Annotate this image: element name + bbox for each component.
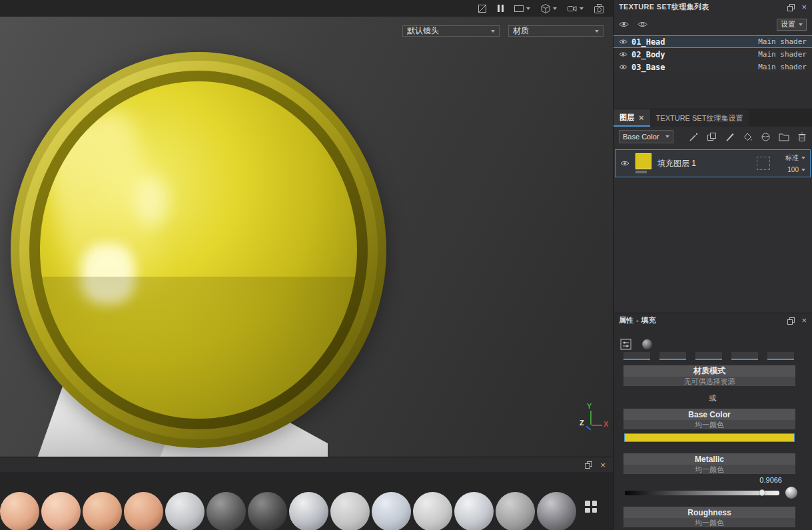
properties-panel: 属性 - 填充 ×: [613, 313, 812, 530]
base-color-block[interactable]: Base Color 均一颜色: [623, 409, 795, 429]
close-icon[interactable]: ×: [600, 461, 606, 469]
material-sphere-metal-1[interactable]: [165, 492, 204, 530]
channel-select[interactable]: Base Color: [619, 130, 673, 143]
material-sphere-metal-5[interactable]: [330, 492, 370, 530]
tab-layers[interactable]: 图层 ×: [613, 109, 650, 127]
channel-button[interactable]: [767, 352, 794, 360]
paint-brush-icon[interactable]: [725, 132, 735, 142]
eye-outline-icon[interactable]: [637, 21, 647, 28]
snapshot-camera-icon[interactable]: [594, 3, 605, 14]
viewport-mode-button[interactable]: [514, 3, 530, 14]
material-sphere-metal-8[interactable]: [454, 492, 494, 530]
geometry-mode-button[interactable]: [540, 3, 557, 14]
camera-mode-button[interactable]: [567, 3, 584, 14]
properties-tab-material-icon[interactable]: [640, 337, 653, 351]
add-layer-icon[interactable]: [707, 132, 717, 142]
material-mode-block[interactable]: 材质模式 无可供选择资源: [623, 365, 795, 386]
model-gold-head[interactable]: [11, 52, 386, 448]
eye-icon[interactable]: [619, 51, 627, 57]
grid-view-icon[interactable]: [585, 501, 597, 513]
material-sphere-metal-9[interactable]: [496, 492, 535, 530]
settings-button[interactable]: 设置: [777, 19, 807, 31]
layer-thumbnail-subbar: [635, 171, 647, 173]
right-dock: TEXTURE SET纹理集列表 × 设置: [613, 0, 812, 530]
material-sphere-metal-2[interactable]: [206, 492, 246, 530]
eye-icon[interactable]: [619, 39, 627, 45]
axis-y-label: Y: [587, 402, 592, 410]
chevron-down-icon: [801, 169, 805, 171]
layer-mask-slot[interactable]: [757, 157, 770, 170]
material-sphere-metal-6[interactable]: [372, 492, 411, 530]
chevron-down-icon: [491, 30, 495, 33]
roughness-block[interactable]: Roughness 均一颜色: [623, 507, 795, 527]
chevron-down-icon: [595, 30, 599, 33]
axis-x-line: [592, 425, 602, 426]
texture-set-row-03-base[interactable]: 03_Base Main shader: [613, 61, 812, 73]
material-sphere-skin-3[interactable]: [83, 492, 122, 530]
blend-mode-select[interactable]: 标准: [785, 153, 805, 163]
chevron-down-icon: [553, 7, 557, 10]
base-color-title: Base Color: [623, 409, 795, 420]
material-sphere-metal-3[interactable]: [248, 492, 287, 530]
shelf-body: [0, 472, 613, 530]
channel-button[interactable]: [659, 352, 686, 360]
roughness-title: Roughness: [623, 507, 795, 518]
trash-icon[interactable]: [797, 132, 807, 142]
material-sphere-icon: [642, 339, 652, 349]
tab-close-icon[interactable]: ×: [639, 113, 644, 122]
display-mode-select[interactable]: 材质: [508, 25, 604, 37]
texture-set-rows: 01_Head Main shader 02_Body Main shader …: [613, 35, 812, 73]
eye-icon[interactable]: [619, 64, 627, 70]
layer-thumbnail[interactable]: [635, 153, 651, 169]
metallic-slider-handle[interactable]: [759, 489, 765, 496]
texture-set-row-01-head[interactable]: 01_Head Main shader: [613, 35, 812, 48]
eye-icon[interactable]: [620, 160, 629, 167]
symmetry-off-icon[interactable]: [477, 3, 488, 14]
properties-panel-header: 属性 - 填充 ×: [613, 313, 812, 327]
material-sphere-metal-10[interactable]: [537, 492, 576, 530]
material-mode-title: 材质模式: [623, 365, 795, 377]
viewport-3d[interactable]: 默认镜头 材质 Y X Z: [0, 17, 613, 457]
shelf-header: ×: [0, 457, 613, 472]
eye-icon[interactable]: [619, 21, 629, 28]
texture-set-row-02-body[interactable]: 02_Body Main shader: [613, 48, 812, 61]
close-icon[interactable]: ×: [801, 3, 807, 11]
shelf-spheres: [0, 492, 576, 530]
texture-set-name: 01_Head: [631, 37, 665, 47]
chevron-down-icon: [580, 7, 584, 10]
restore-window-icon[interactable]: [787, 4, 794, 11]
axis-z-line: [586, 425, 591, 430]
material-sphere-skin-1[interactable]: [0, 492, 39, 530]
properties-tab-settings-icon[interactable]: [619, 337, 632, 351]
material-sphere-metal-4[interactable]: [289, 492, 328, 530]
layers-toolbar-icons: [689, 132, 807, 142]
properties-panel-title: 属性 - 填充: [619, 315, 782, 325]
opacity-select[interactable]: 100: [787, 166, 805, 173]
chevron-down-icon: [526, 7, 530, 10]
layers-channel-row: Base Color: [613, 127, 812, 147]
restore-window-icon[interactable]: [787, 317, 794, 324]
smart-material-icon[interactable]: [761, 132, 771, 142]
folder-icon[interactable]: [779, 133, 789, 141]
texture-set-shader: Main shader: [758, 37, 807, 46]
tab-texture-set-settings[interactable]: TEXTURE SET纹理集设置: [650, 109, 749, 127]
material-sphere-skin-2[interactable]: [41, 492, 81, 530]
material-sphere-metal-7[interactable]: [413, 492, 452, 530]
channel-button[interactable]: [695, 352, 722, 360]
channel-button[interactable]: [623, 352, 650, 360]
gold-face: [40, 81, 357, 419]
fill-layer-row[interactable]: 填充图层 1 标准 100: [615, 149, 811, 177]
metallic-block[interactable]: Metallic 均一颜色: [623, 453, 795, 474]
close-icon[interactable]: ×: [801, 316, 807, 325]
top-toolbar: [0, 0, 613, 17]
base-color-swatch[interactable]: [624, 433, 795, 442]
pause-engine-icon[interactable]: [498, 5, 504, 12]
axis-y-line: [590, 411, 592, 425]
fill-bucket-icon[interactable]: [743, 132, 753, 142]
effect-wand-icon[interactable]: [689, 132, 699, 142]
channel-button[interactable]: [731, 352, 758, 360]
camera-select[interactable]: 默认镜头: [402, 25, 500, 37]
material-sphere-skin-4[interactable]: [124, 492, 163, 530]
restore-window-icon[interactable]: [585, 461, 592, 468]
metallic-slider[interactable]: [625, 491, 779, 495]
